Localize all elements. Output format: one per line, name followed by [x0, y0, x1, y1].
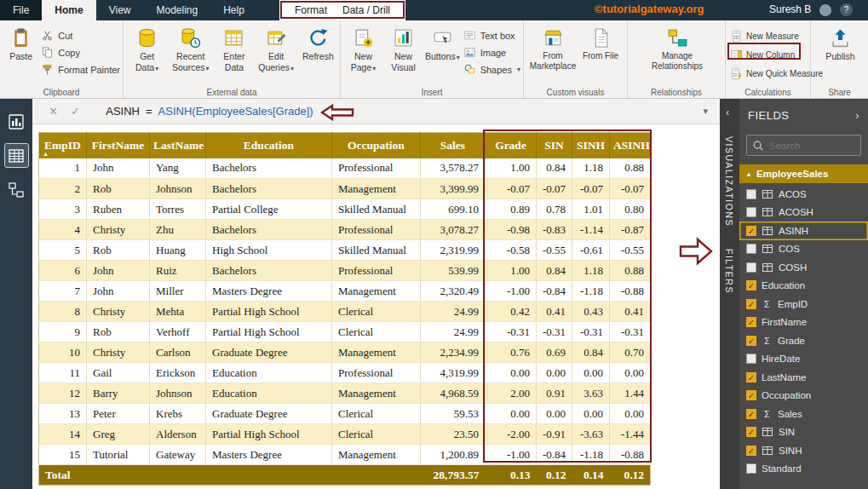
field-checkbox[interactable]: ✓ [746, 280, 756, 291]
tab-format[interactable]: Format [295, 4, 327, 16]
formula-bar[interactable]: × ✓ ASINH = ASINH(EmployeeSales[Grade]) … [32, 99, 720, 124]
field-item-cosh[interactable]: COSH [739, 258, 868, 277]
data-table[interactable]: EmpID▲FirstNameLastNameEducationOccupati… [38, 132, 651, 486]
dropdown-caret-icon: ▾ [290, 65, 294, 72]
field-checkbox[interactable]: ✓ [746, 336, 756, 346]
column-header-sales[interactable]: Sales [421, 133, 486, 158]
format-painter-button[interactable]: Format Painter [41, 63, 120, 76]
tab-modeling[interactable]: Modeling [143, 0, 210, 20]
cell: Management [332, 445, 421, 465]
field-name: Grade [778, 336, 805, 346]
from-marketplace-button[interactable]: From Marketplace [528, 25, 578, 86]
manage-relationships-button[interactable]: Manage Relationships [647, 25, 707, 86]
field-item-sin[interactable]: ✓SIN [739, 423, 868, 442]
tab-data-drill[interactable]: Data / Drill [342, 4, 390, 16]
field-item-empid[interactable]: ✓ΣEmpID [739, 295, 868, 314]
field-item-hiredate[interactable]: HireDate [739, 350, 868, 369]
get-data-button[interactable]: Get Data▾ [128, 25, 166, 86]
field-item-acos[interactable]: ACOS [739, 185, 868, 204]
publish-button[interactable]: Publish [820, 25, 861, 86]
enter-data-button[interactable]: Enter Data [215, 25, 253, 86]
field-item-firstname[interactable]: ✓FirstName [739, 314, 868, 332]
report-view-button[interactable] [5, 110, 28, 133]
field-checkbox[interactable] [746, 354, 756, 364]
expand-pane-icon[interactable]: ‹ [726, 106, 729, 118]
field-checkbox[interactable]: ✓ [746, 317, 756, 327]
buttons-button[interactable]: Buttons▾ [425, 25, 460, 86]
shapes-button[interactable]: Shapes▾ [463, 63, 520, 76]
column-header-asinh[interactable]: ASINH [610, 133, 651, 158]
help-icon[interactable]: ? [840, 3, 853, 16]
paste-button[interactable]: Paste [4, 25, 37, 86]
tab-file[interactable]: File [0, 0, 42, 20]
new-visual-button[interactable]: New Visual [385, 25, 422, 86]
collapse-fields-icon[interactable]: › [855, 109, 859, 122]
new-column-button[interactable]: New Column [730, 47, 808, 62]
field-checkbox[interactable]: ✓ [746, 446, 756, 456]
edit-queries-button[interactable]: Edit Queries▾ [257, 25, 296, 86]
field-checkbox[interactable] [746, 244, 756, 254]
from-file-label: From File [583, 51, 618, 61]
field-item-acosh[interactable]: ACOSH [739, 204, 868, 222]
column-header-sinh[interactable]: SINH [572, 133, 610, 158]
search-input[interactable] [769, 141, 855, 151]
new-measure-button[interactable]: New Measure [730, 28, 808, 43]
image-button[interactable]: Image [463, 46, 520, 59]
field-item-cos[interactable]: COS [739, 240, 868, 259]
column-header-education[interactable]: Education [206, 133, 332, 158]
field-item-standard[interactable]: Standard [739, 460, 868, 479]
tab-view[interactable]: View [96, 0, 144, 20]
field-checkbox[interactable]: ✓ [746, 427, 756, 437]
refresh-button[interactable]: Refresh [299, 25, 337, 86]
new-page-button[interactable]: New Page▾ [345, 25, 382, 86]
new-quick-measure-button[interactable]: New Quick Measure [730, 66, 808, 81]
field-checkbox[interactable] [746, 207, 756, 217]
commit-formula-icon[interactable]: ✓ [71, 105, 80, 118]
field-checkbox[interactable] [746, 262, 756, 273]
fields-search-box[interactable] [746, 135, 861, 156]
cell: 0.89 [486, 199, 537, 220]
cut-button[interactable]: Cut [41, 29, 120, 42]
column-header-occupation[interactable]: Occupation [332, 133, 421, 158]
column-header-empid[interactable]: EmpID▲ [39, 133, 87, 158]
field-checkbox[interactable]: ✓ [746, 409, 756, 419]
field-item-asinh[interactable]: ✓ASINH [739, 221, 868, 240]
formula-text[interactable]: ASINH = ASINH(EmployeeSales[Grade]) [106, 105, 313, 118]
cell: 0.84 [537, 261, 572, 281]
fields-table-employeesales[interactable]: ▴ EmployeeSales [739, 164, 868, 183]
field-item-lastname[interactable]: ✓LastName [739, 368, 868, 387]
field-item-education[interactable]: ✓Education [739, 277, 868, 296]
filters-pane-tab[interactable]: FILTERS [724, 249, 734, 294]
field-item-sinh[interactable]: ✓SINH [739, 441, 868, 460]
from-file-button[interactable]: From File [581, 25, 620, 86]
column-header-sin[interactable]: SIN [537, 133, 572, 158]
cancel-formula-icon[interactable]: × [49, 104, 57, 119]
column-header-lastname[interactable]: LastName [150, 133, 206, 158]
tab-help[interactable]: Help [210, 0, 257, 20]
field-checkbox[interactable]: ✓ [746, 390, 756, 400]
collapse-table-icon[interactable]: ▴ [747, 170, 750, 178]
field-item-sales[interactable]: ✓ΣSales [739, 405, 868, 423]
field-checkbox[interactable]: ✓ [746, 372, 756, 383]
text-box-button[interactable]: Text box [463, 29, 520, 42]
data-view-button[interactable] [5, 144, 28, 167]
model-view-button[interactable] [5, 178, 28, 201]
cell: Rob [87, 240, 150, 261]
tab-home[interactable]: Home [42, 0, 95, 20]
visualizations-pane-tab[interactable]: VISUALIZATIONS [724, 136, 734, 227]
field-checkbox[interactable]: ✓ [746, 226, 756, 236]
field-item-grade[interactable]: ✓ΣGrade [739, 331, 868, 350]
cell: 4,968.59 [421, 383, 486, 404]
copy-button[interactable]: Copy [41, 46, 120, 59]
recent-sources-button[interactable]: Recent Sources▾ [170, 25, 211, 86]
field-name: Standard [762, 463, 802, 474]
column-header-firstname[interactable]: FirstName [87, 133, 150, 158]
cell: 3.63 [572, 383, 610, 404]
field-checkbox[interactable] [746, 463, 756, 474]
field-checkbox[interactable] [746, 189, 756, 199]
formula-expand-icon[interactable]: ▾ [703, 106, 708, 117]
field-checkbox[interactable]: ✓ [746, 299, 756, 309]
column-header-grade[interactable]: Grade [486, 133, 537, 158]
avatar[interactable] [819, 4, 831, 16]
field-item-occupation[interactable]: ✓Occupation [739, 387, 868, 406]
